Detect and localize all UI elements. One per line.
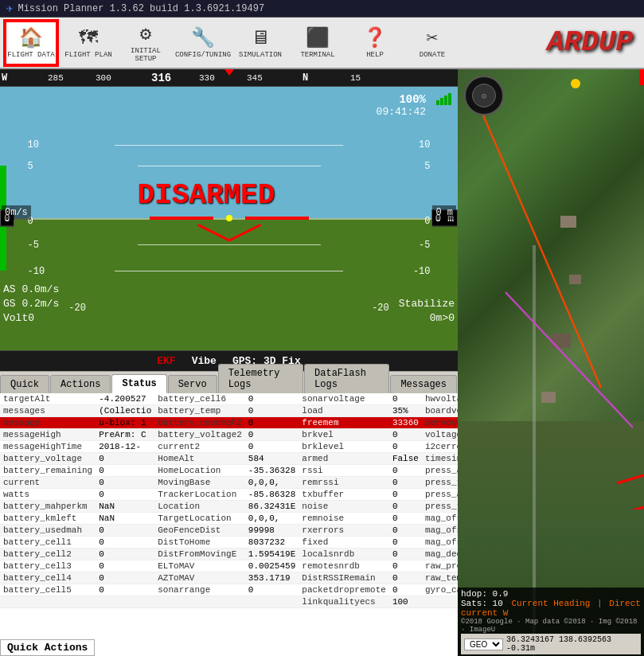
tab-dataflash-logs[interactable]: DataFlash Logs bbox=[304, 364, 389, 393]
initial-setup-button[interactable]: ⚙ INITIAL SETUP bbox=[118, 19, 174, 67]
table-cell-key: battery_voltage2 bbox=[154, 428, 245, 440]
map-copyright: ©2018 Google · Map data ©2018 · Img ©201… bbox=[461, 618, 641, 634]
table-cell-value: 0 bbox=[389, 560, 422, 572]
table-cell-key: txbuffer bbox=[299, 488, 389, 500]
map-panel[interactable]: ⊙ hdop: 0.9 Sats: 10 Current Heading | D… bbox=[458, 69, 644, 656]
table-cell-key: mag_ofs_x bbox=[422, 512, 458, 524]
terminal-label: TERMINAL bbox=[300, 51, 334, 59]
ekf-status: EKF bbox=[157, 355, 175, 367]
tab-telemetry-logs[interactable]: Telemetry Logs bbox=[218, 364, 303, 393]
help-icon: ❓ bbox=[363, 26, 387, 49]
table-cell-key: remnoise bbox=[299, 512, 389, 524]
table-cell-key: watts bbox=[0, 488, 96, 500]
table-row: current0MovingBase0,0,0,remrssi0press_te… bbox=[0, 476, 458, 488]
table-row: battery_cell10DistToHome8037232fixed0mag… bbox=[0, 536, 458, 548]
table-cell-value: -4.200527 bbox=[96, 393, 154, 405]
tab-status[interactable]: Status bbox=[111, 374, 166, 393]
table-row: targetAlt-4.200527battery_cell60sonarvol… bbox=[0, 393, 458, 405]
table-row: battery_remaining0HomeLocation-35.36328r… bbox=[0, 464, 458, 476]
table-cell-key: battery_voltage bbox=[0, 452, 96, 464]
tab-servo[interactable]: Servo bbox=[168, 375, 217, 393]
tab-quick[interactable]: Quick bbox=[0, 375, 49, 393]
altitude-mode: 0m>0 bbox=[399, 311, 455, 326]
signal-bar-4 bbox=[448, 93, 451, 105]
table-cell-value: False bbox=[389, 452, 422, 464]
flight-plan-button[interactable]: 🗺 FLIGHT PLAN bbox=[60, 19, 116, 67]
battery-time-overlay: 100% 09:41:42 bbox=[377, 93, 426, 118]
donate-label: DONATE bbox=[420, 51, 445, 59]
heading-W: W bbox=[2, 72, 7, 84]
table-cell-key: GeoFenceDist bbox=[154, 524, 245, 536]
heading-15: 15 bbox=[350, 73, 361, 83]
donate-button[interactable]: ✂ DONATE bbox=[404, 19, 460, 67]
geo-select[interactable]: GEO bbox=[464, 638, 503, 650]
table-cell-key: DistFromMovingE bbox=[154, 548, 245, 560]
config-tuning-button[interactable]: 🔧 CONFIG/TUNING bbox=[175, 19, 231, 67]
table-row: messages(Collectiobattery_temp0load35%bo… bbox=[0, 404, 458, 416]
system-time: 09:41:42 bbox=[377, 106, 426, 118]
flight-data-button[interactable]: 🏠 FLIGHT DATA bbox=[3, 19, 59, 67]
ardupilot-logo: ARDUP bbox=[547, 26, 633, 59]
current-heading-link[interactable]: Current Heading bbox=[511, 599, 590, 608]
table-cell-key: armed bbox=[299, 452, 389, 464]
aircraft-center bbox=[226, 215, 232, 221]
altitude-indicator-label: 0 m bbox=[432, 205, 456, 220]
table-cell-value: 353.1719 bbox=[245, 572, 299, 584]
help-button[interactable]: ❓ HELP bbox=[347, 19, 403, 67]
table-cell-value: 99998 bbox=[245, 524, 299, 536]
simulation-label: SIMULATION bbox=[239, 51, 282, 59]
heading-330: 330 bbox=[199, 73, 215, 83]
table-cell-key: mag_declination bbox=[422, 548, 458, 560]
terminal-button[interactable]: ⬛ TERMINAL bbox=[290, 19, 345, 67]
table-cell-key: battery_cell1 bbox=[0, 536, 96, 548]
table-cell-key: battery_remaining bbox=[0, 464, 96, 476]
config-tuning-icon: 🔧 bbox=[191, 26, 215, 49]
table-cell-key: battery_usedmah bbox=[0, 524, 96, 536]
sats-display: Sats: 10 Current Heading | Direct curren… bbox=[461, 599, 641, 618]
disarmed-status: DISARMED bbox=[138, 179, 275, 212]
table-cell-key: servovoltrge bbox=[422, 416, 458, 428]
table-cell-value: (Collectio bbox=[96, 404, 154, 416]
table-cell-key: sonarrange bbox=[154, 584, 245, 595]
tab-messages[interactable]: Messages bbox=[390, 375, 457, 393]
table-cell-value: 0,0,0, bbox=[245, 512, 299, 524]
table-cell-value: 1.595419E bbox=[245, 548, 299, 560]
table-cell-key: timesincelastshe bbox=[422, 452, 458, 464]
table-cell-value: 0 bbox=[389, 476, 422, 488]
map-red-indicator bbox=[639, 69, 644, 85]
table-cell-value: PreArm: C bbox=[96, 428, 154, 440]
table-cell-key: battery_cell4 bbox=[0, 572, 96, 584]
table-cell-key: fixed bbox=[299, 536, 389, 548]
table-cell-value: 0 bbox=[389, 393, 422, 405]
table-cell-value: -35.36328 bbox=[245, 464, 299, 476]
table-cell-key: remotesnrdb bbox=[299, 560, 389, 572]
donate-icon: ✂ bbox=[427, 26, 438, 49]
groundspeed-label: GS 0.2m/s bbox=[3, 297, 59, 311]
speed-display: AS 0.0m/s GS 0.2m/s Volt0 bbox=[3, 283, 59, 326]
right-wing-indicator bbox=[245, 217, 309, 220]
table-cell-key: battery_cell6 bbox=[154, 393, 245, 405]
map-image[interactable]: ⊙ hdop: 0.9 Sats: 10 Current Heading | D… bbox=[458, 69, 644, 656]
logo-area: ARDUP bbox=[462, 26, 641, 59]
table-cell-value: 0 bbox=[389, 584, 422, 595]
table-cell-key: mag_ofs_z bbox=[422, 536, 458, 548]
table-cell-key: ELToMAV bbox=[154, 560, 245, 572]
table-cell-key: current bbox=[0, 476, 96, 488]
table-cell-key: gyro_cal_x bbox=[422, 584, 458, 595]
table-cell-value: 0 bbox=[245, 440, 299, 452]
table-cell-key: messages bbox=[0, 404, 96, 416]
table-row: battery_voltage0HomeAlt584armedFalsetime… bbox=[0, 452, 458, 464]
table-cell-value: 0,0,0, bbox=[245, 476, 299, 488]
table-cell-key: press_abs bbox=[422, 464, 458, 476]
table-cell-key: load bbox=[299, 404, 389, 416]
table-cell-key: battery_cell3 bbox=[0, 560, 96, 572]
coordinates-display: 36.3243167 138.6392563 -0.31m bbox=[506, 635, 638, 653]
table-row: battery_mahperkmNaNLocation86.32431Enois… bbox=[0, 500, 458, 512]
simulation-button[interactable]: 🖥 SIMULATION bbox=[232, 19, 288, 67]
tab-actions[interactable]: Actions bbox=[50, 375, 111, 393]
pitch-neg5-label-left: -5 bbox=[28, 240, 39, 251]
table-cell-value: 0 bbox=[389, 488, 422, 500]
table-cell-value: NaN bbox=[96, 500, 154, 512]
table-cell-value: 0 bbox=[245, 393, 299, 405]
table-cell-key: i2cerrors bbox=[422, 440, 458, 452]
